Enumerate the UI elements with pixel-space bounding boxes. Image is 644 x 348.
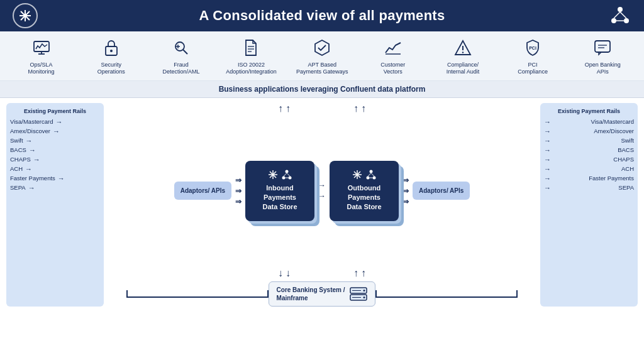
- svg-point-37: [289, 176, 292, 179]
- svg-text:PCI: PCI: [529, 46, 536, 50]
- arrow-right-icon: →: [28, 184, 35, 192]
- arrow-left-icon: →: [544, 137, 551, 144]
- rail-label: ACH: [10, 165, 23, 172]
- arrow-right-icon: →: [26, 137, 33, 144]
- list-item: ACH →: [10, 165, 100, 173]
- arrow-right-icon: →: [58, 175, 65, 182]
- rail-label: SEPA: [10, 184, 26, 191]
- rail-label: SEPA: [618, 184, 634, 191]
- business-bar-label: Business applications leveraging Conflue…: [219, 85, 426, 94]
- left-rails-title: Existing Payment Rails: [10, 108, 100, 114]
- up-arrow-icon: ↑: [286, 103, 291, 114]
- logo-right: [609, 4, 631, 27]
- rail-label: Amex/Discover: [594, 128, 634, 134]
- down-arrow-icon: ↓: [286, 268, 291, 279]
- list-item: → ACH: [544, 165, 634, 173]
- svg-rect-10: [34, 41, 49, 52]
- svg-line-38: [284, 173, 287, 176]
- icons-bar: Ops/SLAMonitoring SecurityOperations Fra…: [0, 31, 644, 81]
- arrow-right-icon: →: [33, 156, 40, 163]
- fraud-label: FraudDetection/AML: [162, 62, 199, 75]
- chat-icon: [591, 36, 614, 59]
- rail-label: Visa/Mastercard: [591, 118, 634, 125]
- list-item: Swift →: [10, 137, 100, 144]
- core-banking-box: Core Banking System /Mainframe: [269, 281, 376, 307]
- left-adaptor-label: Adaptors/ APIs: [180, 187, 225, 194]
- svg-point-6: [624, 18, 629, 23]
- arrow-right-icon: ⇒: [235, 187, 242, 195]
- asterisk-small-icon: [352, 170, 362, 180]
- up-arrow-icon: ↑: [353, 103, 358, 114]
- arrow-left-icon: →: [544, 128, 551, 135]
- right-rails-title: Existing Payment Rails: [544, 108, 634, 114]
- list-item: Faster Payments →: [10, 175, 100, 182]
- lock-icon: [100, 36, 123, 59]
- svg-point-14: [110, 50, 113, 52]
- left-rails-panel: Existing Payment Rails Visa/Mastercard →…: [6, 103, 104, 307]
- icon-item-open-banking: Open BankingAPIs: [577, 36, 628, 75]
- header: A Consolidated view of all payments: [0, 0, 644, 31]
- arrow-left-icon: →: [544, 156, 551, 163]
- svg-point-54: [364, 296, 365, 298]
- rail-label: CHAPS: [613, 156, 634, 163]
- logo-left: [13, 3, 38, 28]
- list-item: → Swift: [544, 137, 634, 144]
- shield-icon: PCI: [521, 36, 544, 59]
- rail-label: BACS: [618, 146, 634, 153]
- outbound-store-label: OutboundPaymentsData Store: [347, 184, 381, 211]
- page-title: A Consolidated view of all payments: [199, 8, 445, 24]
- left-adaptor-box: Adaptors/ APIs: [174, 182, 231, 200]
- list-item: → Visa/Mastercard: [544, 118, 634, 126]
- left-rails-list: Visa/Mastercard → Amex/Discover → Swift …: [10, 118, 100, 192]
- arrow-right-icon: →: [55, 118, 62, 126]
- svg-line-8: [620, 12, 626, 18]
- asterisk-small-icon: [268, 170, 278, 180]
- server-icon: [350, 287, 367, 301]
- svg-rect-28: [595, 41, 610, 52]
- svg-point-53: [364, 290, 365, 291]
- list-item: → Amex/Discover: [544, 128, 634, 135]
- arrow-left-icon: →: [544, 118, 551, 126]
- icon-item-pci: PCI PCICompliance: [508, 36, 558, 75]
- apt-label: APT BasedPayments Gateways: [296, 62, 348, 75]
- rail-label: Visa/Mastercard: [10, 118, 53, 125]
- list-item: SEPA →: [10, 184, 100, 192]
- iso-label: ISO 20022Adoption/Integration: [226, 62, 277, 75]
- arrow-left-icon: →: [544, 146, 551, 154]
- svg-point-5: [611, 18, 616, 23]
- icon-item-customer: CustomerVectors: [368, 36, 418, 75]
- svg-point-36: [282, 176, 286, 179]
- nodes-small-icon: [366, 170, 376, 180]
- search-magnify-icon: [170, 36, 192, 59]
- rail-label: Amex/Discover: [10, 128, 50, 134]
- rail-label: CHAPS: [10, 156, 31, 163]
- svg-line-49: [371, 173, 374, 176]
- right-adaptor-box: Adaptors/ APIs: [413, 182, 470, 200]
- arrow-right-icon: ⇒: [235, 176, 242, 185]
- right-rails-panel: Existing Payment Rails → Visa/Mastercard…: [540, 103, 638, 307]
- right-adaptor-label: Adaptors/ APIs: [419, 187, 464, 194]
- up-arrow-icon: ↑: [361, 103, 366, 114]
- svg-point-45: [370, 170, 373, 173]
- icon-item-apt: APT BasedPayments Gateways: [296, 36, 348, 75]
- list-item: → CHAPS: [544, 156, 634, 163]
- up-arrow-icon: ↑: [278, 103, 283, 114]
- icon-item-security: SecurityOperations: [86, 36, 136, 75]
- arrow-right-icon: ⇒: [235, 197, 242, 206]
- up-arrow-icon: ↑: [353, 268, 358, 279]
- open-banking-label: Open BankingAPIs: [585, 62, 621, 75]
- arrow-left-icon: →: [544, 165, 551, 173]
- diagram-area: Existing Payment Rails Visa/Mastercard →…: [0, 98, 644, 312]
- triangle-warning-icon: [452, 36, 474, 59]
- list-item: CHAPS →: [10, 156, 100, 163]
- rail-label: Swift: [10, 137, 23, 144]
- customer-label: CustomerVectors: [380, 62, 405, 75]
- outbound-data-store: OutboundPaymentsData Store: [330, 161, 399, 221]
- list-item: Visa/Mastercard →: [10, 118, 100, 126]
- list-item: BACS →: [10, 146, 100, 154]
- inbound-store-label: InboundPaymentsData Store: [262, 184, 297, 211]
- document-icon: [240, 36, 262, 59]
- list-item: → SEPA: [544, 184, 634, 192]
- svg-point-35: [286, 170, 289, 173]
- outbound-store-wrapper: OutboundPaymentsData Store: [330, 161, 399, 221]
